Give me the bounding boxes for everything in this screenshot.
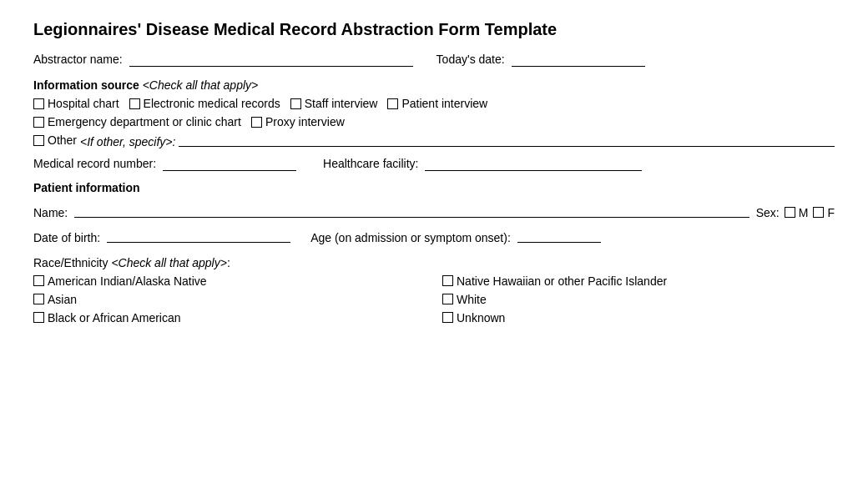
checkbox-sex-f[interactable]: F [813, 206, 835, 219]
checkbox-hospital-chart-box[interactable] [33, 98, 44, 109]
checkbox-white[interactable]: White [442, 293, 835, 306]
other-specify-label: <If other, specify>: [80, 135, 175, 148]
checkbox-sex-m-box[interactable] [785, 207, 795, 218]
checkbox-staff-interview[interactable]: Staff interview [290, 97, 378, 110]
race-grid: American Indian/Alaska Native Native Haw… [33, 274, 835, 324]
checkbox-sex-f-box[interactable] [813, 207, 824, 218]
checkbox-native-hawaiian-box[interactable] [442, 275, 453, 286]
name-label: Name: [33, 206, 68, 219]
dob-row: Date of birth: Age (on admission or symp… [33, 231, 835, 244]
checkbox-patient-interview[interactable]: Patient interview [387, 97, 487, 110]
checkbox-ed-chart-label: Emergency department or clinic chart [48, 115, 241, 128]
checkbox-hospital-chart[interactable]: Hospital chart [33, 97, 119, 110]
checkbox-american-indian[interactable]: American Indian/Alaska Native [33, 274, 426, 288]
checkbox-staff-interview-box[interactable] [290, 98, 301, 109]
abstractor-row: Abstractor name: Today's date: [33, 53, 835, 67]
checkbox-american-indian-label: American Indian/Alaska Native [48, 274, 207, 288]
checkbox-black-box[interactable] [33, 312, 44, 323]
checkbox-native-hawaiian[interactable]: Native Hawaiian or other Pacific Islande… [442, 274, 835, 288]
info-source-row2: Emergency department or clinic chart Pro… [33, 115, 835, 128]
dob-label: Date of birth: [33, 231, 100, 244]
other-row: Other <If other, specify>: [33, 133, 835, 148]
sex-m-label: M [799, 206, 809, 219]
checkbox-staff-interview-label: Staff interview [305, 97, 378, 110]
dob-line [107, 242, 290, 243]
age-label: Age (on admission or symptom onset): [310, 231, 511, 244]
race-section: Race/Ethnicity <Check all that apply>: A… [33, 256, 835, 324]
patient-info-section-label: Patient information [33, 181, 835, 194]
checkbox-emr[interactable]: Electronic medical records [129, 97, 280, 110]
checkbox-proxy-interview-label: Proxy interview [265, 115, 345, 128]
checkbox-ed-chart-box[interactable] [33, 117, 44, 128]
checkbox-black-label: Black or African American [48, 311, 181, 324]
checkbox-patient-interview-box[interactable] [387, 98, 398, 109]
sex-group: Sex: M F [756, 206, 835, 219]
date-label: Today's date: [437, 53, 505, 66]
sex-f-label: F [827, 206, 835, 219]
other-specify-line [179, 146, 835, 147]
facility-line [425, 157, 642, 171]
sex-label: Sex: [756, 206, 780, 219]
checkbox-native-hawaiian-label: Native Hawaiian or other Pacific Islande… [457, 274, 667, 288]
checkbox-other-label: Other [48, 133, 77, 147]
date-line [512, 53, 645, 67]
checkbox-proxy-interview-box[interactable] [251, 117, 262, 128]
checkbox-proxy-interview[interactable]: Proxy interview [251, 115, 345, 128]
mrn-row: Medical record number: Healthcare facili… [33, 157, 835, 171]
page-title: Legionnaires' Disease Medical Record Abs… [33, 20, 835, 39]
race-label: Race/Ethnicity <Check all that apply>: [33, 256, 835, 269]
name-line [74, 217, 749, 218]
checkbox-hospital-chart-label: Hospital chart [48, 97, 119, 110]
info-source-section-label: Information source <Check all that apply… [33, 78, 835, 92]
name-row: Name: Sex: M F [33, 206, 835, 219]
mrn-label: Medical record number: [33, 157, 156, 170]
checkbox-black[interactable]: Black or African American [33, 311, 426, 324]
checkbox-white-box[interactable] [442, 294, 453, 304]
checkbox-asian[interactable]: Asian [33, 293, 426, 306]
checkbox-unknown[interactable]: Unknown [442, 311, 835, 324]
checkbox-american-indian-box[interactable] [33, 275, 44, 286]
checkbox-emr-box[interactable] [129, 98, 140, 109]
checkbox-other[interactable]: Other [33, 133, 77, 147]
checkbox-white-label: White [457, 293, 487, 306]
abstractor-label: Abstractor name: [33, 53, 123, 66]
checkbox-patient-interview-label: Patient interview [401, 97, 487, 110]
facility-label: Healthcare facility: [323, 157, 418, 170]
checkbox-asian-label: Asian [48, 293, 77, 306]
age-line [517, 242, 601, 243]
checkbox-unknown-label: Unknown [457, 311, 505, 324]
checkbox-asian-box[interactable] [33, 294, 44, 304]
info-source-row1: Hospital chart Electronic medical record… [33, 97, 835, 110]
checkbox-ed-chart[interactable]: Emergency department or clinic chart [33, 115, 241, 128]
checkbox-unknown-box[interactable] [442, 312, 453, 323]
checkbox-emr-label: Electronic medical records [144, 97, 280, 110]
abstractor-line [129, 53, 413, 67]
mrn-line [163, 157, 296, 171]
checkbox-sex-m[interactable]: M [785, 206, 809, 219]
checkbox-other-box[interactable] [33, 135, 44, 146]
